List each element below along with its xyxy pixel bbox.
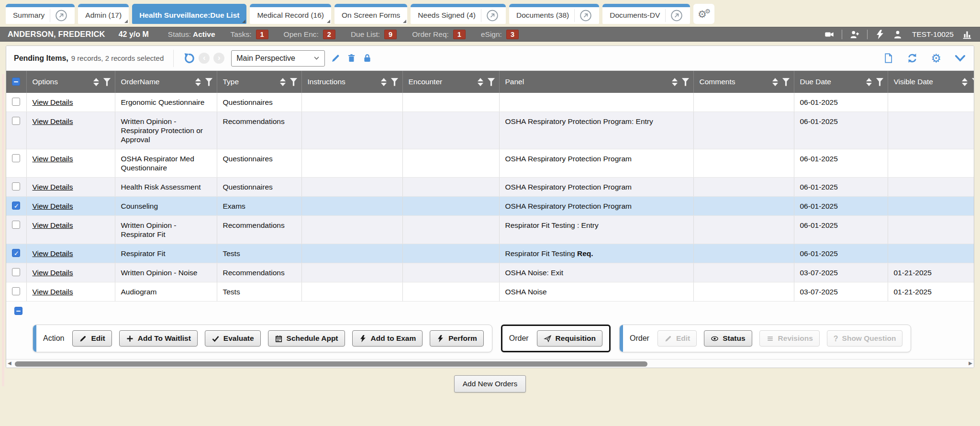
column-header-panel[interactable]: Panel <box>499 71 693 93</box>
trash-icon[interactable] <box>346 53 356 63</box>
person-add-icon[interactable] <box>849 29 860 40</box>
add-to-exam-button[interactable]: Add to Exam <box>352 330 423 347</box>
column-header-visible-date[interactable]: Visible Date <box>888 71 974 93</box>
requisition-button[interactable]: Requisition <box>537 330 602 347</box>
column-header-due-date[interactable]: Due Date <box>794 71 888 93</box>
tab-on-screen-forms[interactable]: On Screen Forms <box>334 4 407 24</box>
sort-icon[interactable] <box>866 78 872 86</box>
funnel-icon[interactable] <box>205 78 213 86</box>
collapse-chevron-icon[interactable] <box>954 52 966 64</box>
prev-icon[interactable]: ‹ <box>199 53 210 64</box>
lightning-icon[interactable] <box>875 29 885 40</box>
status-button[interactable]: Status <box>704 330 752 347</box>
view-details-link[interactable]: View Details <box>33 249 73 258</box>
scroll-left-arrow[interactable]: ◀ <box>8 360 11 366</box>
funnel-icon[interactable] <box>682 78 690 86</box>
column-header-instructions[interactable]: Instructions <box>301 71 402 93</box>
view-details-link[interactable]: View Details <box>33 98 73 106</box>
row-checkbox[interactable] <box>12 98 20 106</box>
funnel-icon[interactable] <box>391 78 399 86</box>
funnel-icon[interactable] <box>488 78 495 86</box>
popout-icon[interactable] <box>574 9 592 22</box>
refresh-icon[interactable] <box>907 53 918 64</box>
table-row[interactable]: View DetailsRespirator FitTestsRespirato… <box>6 244 974 263</box>
sort-icon[interactable] <box>195 78 201 86</box>
table-row[interactable]: View DetailsHealth Risk AssessmentQuesti… <box>6 178 974 197</box>
sort-icon[interactable] <box>772 78 778 86</box>
row-checkbox[interactable] <box>12 268 20 276</box>
popout-icon[interactable] <box>665 9 683 22</box>
tab-health-surveillance-due-list[interactable]: Health Surveillance:Due List <box>132 4 246 24</box>
view-details-link[interactable]: View Details <box>33 183 73 191</box>
tab-summary[interactable]: Summary <box>6 4 75 24</box>
column-header-encounter[interactable]: Encounter <box>402 71 499 93</box>
table-row[interactable]: View DetailsAudiogramTestsOSHA Noise03-0… <box>6 282 974 302</box>
funnel-icon[interactable] <box>782 78 790 86</box>
view-details-link[interactable]: View Details <box>33 221 73 229</box>
select-all-checkbox[interactable] <box>14 307 22 315</box>
scroll-right-arrow[interactable]: ▶ <box>969 360 972 366</box>
tab-documents-dv[interactable]: Documents-DV <box>602 4 690 24</box>
perform-button[interactable]: Perform <box>430 330 483 347</box>
funnel-icon[interactable] <box>876 78 884 86</box>
tab-documents-38-[interactable]: Documents (38) <box>509 4 599 24</box>
tab-settings-gears-icon[interactable]: ⚙⚙ <box>693 4 714 24</box>
perspective-select[interactable]: Main Perspective <box>231 50 325 67</box>
popout-icon[interactable] <box>481 9 499 22</box>
edit-button[interactable]: Edit <box>72 330 111 347</box>
row-checkbox[interactable] <box>12 182 20 191</box>
tab-needs-signed-4-[interactable]: Needs Signed (4) <box>411 4 506 24</box>
new-doc-icon[interactable] <box>883 53 894 64</box>
table-row[interactable]: View DetailsWritten Opinion - Respirator… <box>6 112 974 149</box>
row-checkbox[interactable] <box>12 202 20 210</box>
row-checkbox[interactable] <box>12 221 20 229</box>
view-details-link[interactable]: View Details <box>33 202 73 210</box>
sort-icon[interactable] <box>93 78 99 86</box>
counter-badge[interactable]: 2 <box>323 30 335 39</box>
add-new-orders-button[interactable]: Add New Orders <box>454 375 526 392</box>
counter-badge[interactable]: 1 <box>453 30 466 39</box>
sort-icon[interactable] <box>381 78 387 86</box>
scrollbar-thumb[interactable] <box>15 361 647 367</box>
column-header-comments[interactable]: Comments <box>693 71 794 93</box>
view-details-link[interactable]: View Details <box>33 155 73 163</box>
counter-badge[interactable]: 3 <box>506 30 519 39</box>
pencil-icon[interactable] <box>331 53 341 63</box>
table-row[interactable]: View DetailsWritten Opinion - NoiseRecom… <box>6 263 974 282</box>
lock-icon[interactable] <box>362 53 372 63</box>
schedule-appt-button[interactable]: Schedule Appt <box>268 330 345 347</box>
select-all-checkbox[interactable] <box>12 78 20 86</box>
funnel-icon[interactable] <box>103 78 111 86</box>
gear-icon[interactable]: ⚙ <box>931 53 941 64</box>
column-header-type[interactable]: Type <box>217 71 301 93</box>
row-checkbox[interactable] <box>12 287 20 295</box>
counter-badge[interactable]: 1 <box>256 30 268 39</box>
sort-icon[interactable] <box>962 78 968 86</box>
undo-icon[interactable] <box>183 53 195 64</box>
tab-medical-record-16-[interactable]: Medical Record (16) <box>250 4 331 24</box>
funnel-icon[interactable] <box>290 78 298 86</box>
table-row[interactable]: View DetailsWritten Opinion - Respirator… <box>6 216 974 244</box>
row-checkbox[interactable] <box>12 154 20 162</box>
row-checkbox[interactable] <box>12 117 20 125</box>
view-details-link[interactable]: View Details <box>33 288 73 296</box>
funnel-icon[interactable] <box>972 78 975 86</box>
video-camera-icon[interactable] <box>824 29 835 40</box>
person-icon[interactable] <box>892 29 903 40</box>
sort-icon[interactable] <box>280 78 286 86</box>
sort-icon[interactable] <box>478 78 483 86</box>
sort-icon[interactable] <box>672 78 678 86</box>
horizontal-scrollbar[interactable]: ◀ ▶ <box>6 359 974 368</box>
view-details-link[interactable]: View Details <box>33 269 73 277</box>
counter-badge[interactable]: 9 <box>384 30 397 39</box>
view-details-link[interactable]: View Details <box>33 117 73 125</box>
chart-icon[interactable] <box>962 29 972 40</box>
column-header-ordername[interactable]: OrderName <box>115 71 217 93</box>
next-icon[interactable]: › <box>213 53 224 64</box>
evaluate-button[interactable]: Evaluate <box>205 330 261 347</box>
table-row[interactable]: View DetailsOSHA Respirator Med Question… <box>6 149 974 178</box>
column-header-options[interactable]: Options <box>26 71 115 93</box>
row-checkbox[interactable] <box>12 249 20 257</box>
tab-admin-17-[interactable]: Admin (17) <box>78 4 129 24</box>
table-row[interactable]: View DetailsErgonomic QuestionnaireQuest… <box>6 93 974 112</box>
